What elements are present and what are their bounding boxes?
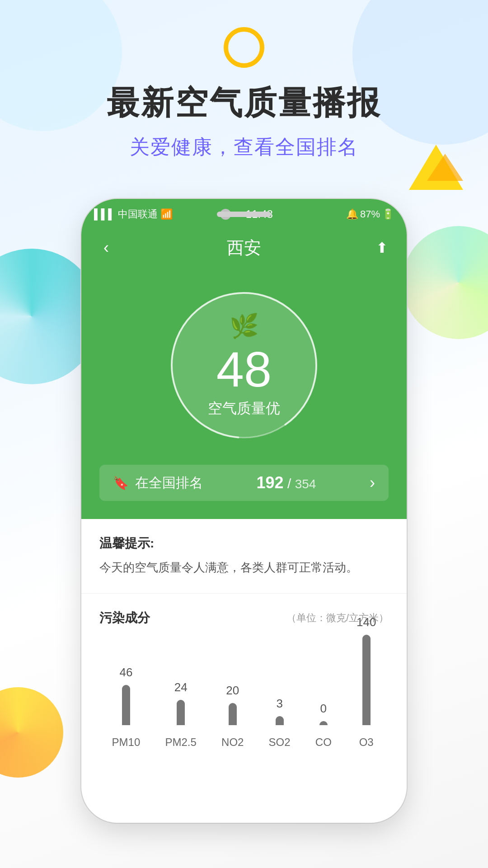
ranking-prefix: 在全国排名 <box>135 474 203 492</box>
tip-text: 今天的空气质量令人满意，各类人群可正常活动。 <box>99 558 389 577</box>
aqi-label: 空气质量优 <box>208 399 280 419</box>
bar-value: 20 <box>226 684 239 698</box>
battery-text: 87% <box>360 208 380 220</box>
bar-item-co: 0 CO <box>315 702 332 749</box>
pollution-header: 污染成分 （单位：微克/立方米） <box>99 609 389 627</box>
bar-item-pm2.5: 24 PM2.5 <box>165 680 196 749</box>
bar-label: SO2 <box>269 736 291 749</box>
phone-frame: ▌▌▌ 中国联通 📶 11:48 🔔 87% 🔋 ‹ 西安 ⬆ <box>81 199 407 823</box>
ranking-total: 354 <box>295 477 316 491</box>
pollution-section: 污染成分 （单位：微克/立方米） 46 PM10 24 PM2.5 20 NO2… <box>81 594 407 787</box>
gauge-content: 🌿 48 空气质量优 <box>208 312 280 419</box>
bar-label: PM2.5 <box>165 736 196 749</box>
ranking-arrow-icon: › <box>370 473 375 492</box>
bars-container: 46 PM10 24 PM2.5 20 NO2 3 SO2 0 CO 140 O… <box>99 645 389 771</box>
bar-item-no2: 20 NO2 <box>221 684 244 749</box>
bar-label: O3 <box>359 736 374 749</box>
ranking-separator: / <box>287 476 291 491</box>
bar-visual <box>362 635 371 725</box>
bar-item-so2: 3 SO2 <box>269 697 291 749</box>
bar-visual <box>229 703 237 725</box>
phone-speaker <box>217 212 271 217</box>
bar-value: 24 <box>174 680 188 694</box>
aqi-section: 🌿 48 空气质量优 🔖 在全国排名 192 / 354 › <box>81 266 407 519</box>
bar-visual <box>276 716 284 725</box>
status-right: 🔔 87% 🔋 <box>346 208 394 220</box>
bar-label: PM10 <box>112 736 141 749</box>
bar-visual <box>122 685 130 725</box>
bar-value: 140 <box>357 615 376 629</box>
aqi-value: 48 <box>216 344 272 394</box>
carrier-name: 中国联通 <box>118 208 158 221</box>
ranking-left: 🔖 在全国排名 <box>113 474 203 492</box>
bg-circle-right <box>402 226 488 339</box>
alarm-icon: 🔔 <box>346 208 358 220</box>
bar-label: CO <box>315 736 332 749</box>
triangle-decoration <box>409 145 463 192</box>
ranking-current: 192 <box>257 473 284 492</box>
back-button[interactable]: ‹ <box>95 238 117 257</box>
main-title: 最新空气质量播报 <box>107 81 381 125</box>
status-left: ▌▌▌ 中国联通 📶 <box>94 208 173 221</box>
bar-item-o3: 140 O3 <box>357 615 376 749</box>
bar-label: NO2 <box>221 736 244 749</box>
tip-title: 温馨提示: <box>99 535 389 552</box>
bar-visual <box>319 721 328 725</box>
ranking-bar[interactable]: 🔖 在全国排名 192 / 354 › <box>99 465 389 501</box>
bar-visual <box>177 700 185 725</box>
tip-section: 温馨提示: 今天的空气质量令人满意，各类人群可正常活动。 <box>81 519 407 594</box>
share-button[interactable]: ⬆ <box>371 239 393 256</box>
bar-value: 46 <box>119 665 132 679</box>
battery-icon: 🔋 <box>382 208 394 220</box>
app-icon <box>224 27 264 68</box>
phone-mockup: ▌▌▌ 中国联通 📶 11:48 🔔 87% 🔋 ‹ 西安 ⬆ <box>81 199 407 823</box>
ranking-number: 192 / 354 <box>257 473 316 492</box>
app-header: ‹ 西安 ⬆ <box>81 230 407 266</box>
city-title: 西安 <box>227 236 261 259</box>
leaf-icon: 🌿 <box>230 312 259 340</box>
bg-circle-yellow <box>0 687 63 778</box>
bookmark-icon: 🔖 <box>113 476 129 491</box>
sub-title: 关爱健康，查看全国排名 <box>130 134 358 160</box>
bar-item-pm10: 46 PM10 <box>112 665 141 749</box>
bar-value: 3 <box>276 697 282 711</box>
gauge-container: 🌿 48 空气质量优 <box>158 279 330 451</box>
signal-icon: ▌▌▌ <box>94 208 115 220</box>
wifi-icon: 📶 <box>160 208 173 220</box>
pollution-title: 污染成分 <box>99 609 150 627</box>
bar-value: 0 <box>320 702 327 716</box>
